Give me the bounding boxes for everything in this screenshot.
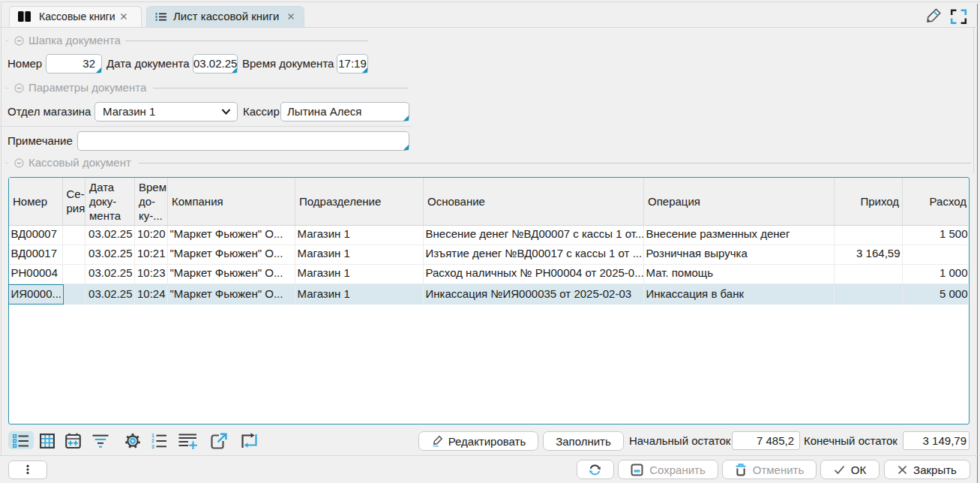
svg-text:1: 1	[151, 433, 154, 438]
svg-text:2: 2	[151, 438, 154, 443]
svg-text:3: 3	[151, 443, 154, 448]
